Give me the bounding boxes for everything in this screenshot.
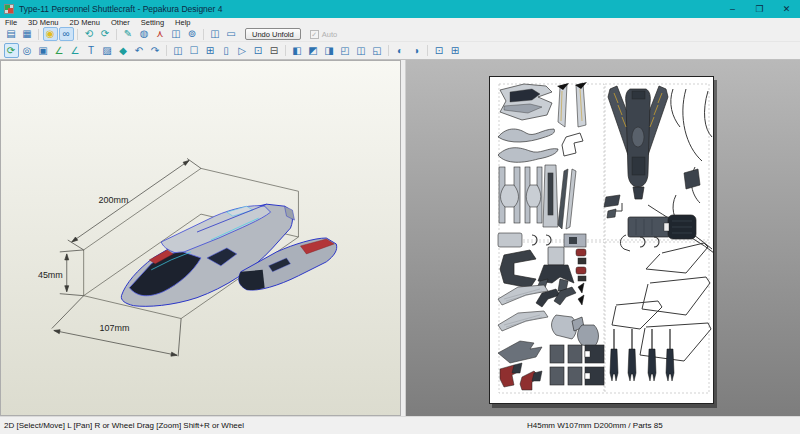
part-fan-paws[interactable]: [552, 315, 599, 347]
edit-angle-icon[interactable]: ∠: [68, 43, 83, 58]
align-corner-icon[interactable]: ◰: [338, 43, 353, 58]
align-left-icon[interactable]: ◧: [290, 43, 305, 58]
part-wire-quads[interactable]: [612, 243, 711, 361]
part-small-plates[interactable]: [498, 233, 586, 247]
toolbar-separator: [203, 29, 204, 40]
page-new-icon[interactable]: ▯: [219, 43, 234, 58]
part-aft-hull[interactable]: [500, 84, 552, 120]
rotate-left-3d-icon[interactable]: ⟲: [82, 27, 97, 41]
align-bottom-icon[interactable]: ◱: [370, 43, 385, 58]
part-red-feet[interactable]: [500, 363, 542, 390]
viewport-3d-canvas: 200mm 45mm 107mm: [1, 61, 400, 415]
light-toggle-icon[interactable]: ◉: [43, 27, 58, 41]
texture-link-icon[interactable]: ∞: [59, 27, 74, 41]
redo-icon[interactable]: ↷: [148, 43, 163, 58]
toolbar-separator: [77, 29, 78, 40]
auto-checkbox-box[interactable]: ✓: [310, 30, 319, 39]
page-next-icon[interactable]: ▷: [235, 43, 250, 58]
paint-material-icon[interactable]: ✎: [121, 27, 136, 41]
status-model-info: H45mm W107mm D200mm / Parts 85: [527, 421, 663, 430]
open-folder-icon[interactable]: ▤: [4, 27, 19, 41]
part-h-braces[interactable]: [499, 165, 576, 229]
menu-3d[interactable]: 3D Menu: [28, 18, 58, 27]
toolbar-main: ▤ ▦ ◉ ∞ ⟲ ⟳ ✎ ◍ ⋏ ◫ ⊚ ◫ ▭ Undo Unfold ✓ …: [0, 27, 800, 42]
close-button[interactable]: ✕: [773, 0, 800, 18]
flip-horizontal-icon[interactable]: ◐: [393, 43, 408, 58]
page-import-icon[interactable]: ⊡: [251, 43, 266, 58]
part-rect-grid[interactable]: [550, 345, 604, 385]
layout-two-pane-icon[interactable]: ◫: [208, 27, 223, 41]
rotate-view-icon[interactable]: ⟳: [4, 43, 19, 58]
toolbar-separator: [285, 45, 286, 56]
pepakura-window: Type-11 Personnel Shuttlecraft - Pepakur…: [0, 0, 800, 434]
window-title: Type-11 Personnel Shuttlecraft - Pepakur…: [19, 4, 222, 14]
part-wing-crescents[interactable]: [498, 129, 558, 162]
pattern-page-canvas: [490, 77, 713, 403]
scatter-parts-icon[interactable]: ⊞: [448, 43, 463, 58]
menu-2d[interactable]: 2D Menu: [70, 18, 100, 27]
statusbar: 2D [Select/Move] L [Pan] R or Wheel Drag…: [0, 416, 800, 434]
dim-height-label: 45mm: [38, 270, 63, 280]
align-center-icon[interactable]: ◫: [354, 43, 369, 58]
undo-unfold-button[interactable]: Undo Unfold: [245, 28, 301, 40]
print-icon[interactable]: ⊟: [267, 43, 282, 58]
align-top-icon[interactable]: ◩: [306, 43, 321, 58]
joint-edges-icon[interactable]: ⊚: [185, 27, 200, 41]
part-engine-block[interactable]: [628, 215, 696, 239]
measure-angle-icon[interactable]: ∠: [52, 43, 67, 58]
main-area: 200mm 45mm 107mm: [0, 60, 800, 416]
status-hint: 2D [Select/Move] L [Pan] R or Wheel Drag…: [4, 421, 244, 430]
menu-setting[interactable]: Setting: [141, 18, 164, 27]
insert-text-icon[interactable]: T: [84, 43, 99, 58]
window-controls: – ❐ ✕: [719, 0, 800, 18]
save-icon[interactable]: ▦: [20, 27, 35, 41]
toolbar-separator: [116, 29, 117, 40]
part-elbow[interactable]: [562, 133, 583, 156]
titlebar: Type-11 Personnel Shuttlecraft - Pepakur…: [0, 0, 800, 18]
undo-icon[interactable]: ↶: [132, 43, 147, 58]
toolbar-separator: [166, 45, 167, 56]
viewport-3d[interactable]: 200mm 45mm 107mm: [0, 60, 401, 416]
arrange-parts-icon[interactable]: ⊞: [203, 43, 218, 58]
split-columns-icon[interactable]: ◫: [169, 27, 184, 41]
part-c-channel[interactable]: [500, 250, 536, 288]
toolbar-separator: [388, 45, 389, 56]
menu-other[interactable]: Other: [111, 18, 130, 27]
layout-one-pane-icon[interactable]: ▭: [224, 27, 239, 41]
auto-checkbox-label: Auto: [322, 30, 337, 39]
toolbar-separator: [38, 29, 39, 40]
menu-help[interactable]: Help: [175, 18, 190, 27]
flip-vertical-icon[interactable]: ◑: [409, 43, 424, 58]
fit-parts-icon[interactable]: ⊡: [432, 43, 447, 58]
app-icon: [4, 4, 14, 14]
orbit-view-icon[interactable]: ◎: [20, 43, 35, 58]
projection-view-icon[interactable]: ▣: [36, 43, 51, 58]
toolbar-separator: [427, 45, 428, 56]
open-book-icon[interactable]: ◫: [171, 43, 186, 58]
minimize-button[interactable]: –: [719, 0, 746, 18]
maximize-button[interactable]: ❐: [746, 0, 773, 18]
part-red-clips[interactable]: [576, 249, 586, 281]
rotate-right-3d-icon[interactable]: ⟳: [98, 27, 113, 41]
insert-image-icon[interactable]: ▨: [100, 43, 115, 58]
toolbar-2d: ⟳ ◎ ▣ ∠ ∠ T ▨ ◆ ↶ ↷ ◫ ☐ ⊞ ▯ ▷ ⊡ ⊟ ◧ ◩ ◨ …: [0, 42, 800, 60]
shuttle-3d-model[interactable]: [121, 204, 336, 306]
dim-width-label: 107mm: [100, 323, 130, 333]
auto-checkbox[interactable]: ✓ Auto: [310, 30, 337, 39]
align-right-icon[interactable]: ◨: [322, 43, 337, 58]
box-3d-icon[interactable]: ◆: [116, 43, 131, 58]
menu-file[interactable]: File: [5, 18, 17, 27]
select-area-icon[interactable]: ☐: [187, 43, 202, 58]
pattern-page[interactable]: [489, 76, 714, 404]
dim-depth-label: 200mm: [99, 195, 129, 205]
menubar: File 3D Menu 2D Menu Other Setting Help: [0, 18, 800, 27]
show-axes-icon[interactable]: ⋏: [153, 27, 168, 41]
part-blades[interactable]: [557, 82, 587, 127]
solid-view-icon[interactable]: ◍: [137, 27, 152, 41]
viewport-2d[interactable]: [406, 60, 800, 416]
part-main-fuselage[interactable]: [608, 86, 668, 199]
part-t-fan[interactable]: [536, 247, 574, 291]
